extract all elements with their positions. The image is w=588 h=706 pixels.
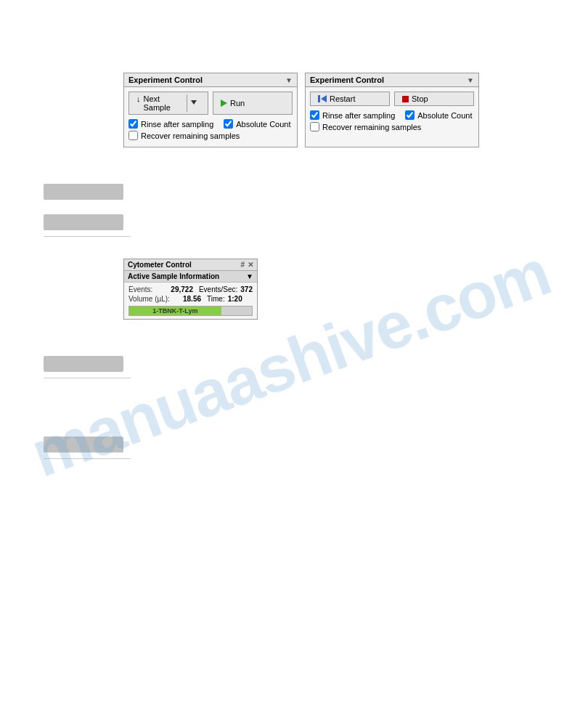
experiment-control-panel-1: Experiment Control ▼ ↓ Next Sample Run xyxy=(123,73,298,147)
recover-label-1: Recover remaining samples xyxy=(141,131,240,140)
next-sample-dropdown-arrow[interactable] xyxy=(187,94,200,112)
rinse-label-2: Rinse after sampling xyxy=(322,111,395,120)
recover-label-2: Recover remaining samples xyxy=(322,123,421,131)
rewind-tri-icon xyxy=(321,95,327,102)
run-button[interactable]: Run xyxy=(213,92,293,115)
cyto-pin-icon[interactable]: # xyxy=(240,261,245,269)
play-icon xyxy=(221,100,227,107)
progress-bar-container: 1-TBNK-T-Lym xyxy=(128,306,253,316)
volume-label: Volume (µL): xyxy=(128,295,183,303)
gray-bar-2 xyxy=(44,214,123,230)
section-3 xyxy=(44,356,588,378)
experiment-control-panel-2: Experiment Control ▼ Restart Stop xyxy=(305,73,479,147)
exp-panel-1-header: Experiment Control ▼ xyxy=(124,73,297,87)
next-sample-button[interactable]: ↓ Next Sample xyxy=(128,92,208,115)
events-row: Events: 29,722 Events/Sec: 372 xyxy=(128,285,253,293)
cytometer-control-panel: Cytometer Control # ✕ Active Sample Info… xyxy=(123,259,258,320)
exp-panel-2-body: Restart Stop Rinse after sampling Absolu… xyxy=(306,87,478,138)
time-label: Time: xyxy=(207,295,225,303)
stop-button[interactable]: Stop xyxy=(394,92,474,106)
thin-line-2 xyxy=(44,378,131,378)
events-sec-label: Events/Sec: xyxy=(199,285,237,293)
absolute-count-label-2: Absolute Count xyxy=(417,111,472,120)
absolute-count-label-1: Absolute Count xyxy=(236,120,290,129)
progress-bar-fill: 1-TBNK-T-Lym xyxy=(129,307,221,315)
events-value: 29,722 xyxy=(171,285,193,293)
rinse-checkbox-row-1: Rinse after sampling Absolute Count xyxy=(128,119,293,129)
events-sec-value: 372 xyxy=(240,285,253,293)
rinse-checkbox-row-2: Rinse after sampling Absolute Count xyxy=(310,110,474,120)
cyto-section-collapse-icon[interactable]: ▼ xyxy=(246,272,253,280)
thin-line-3 xyxy=(44,458,131,459)
run-label: Run xyxy=(230,99,245,107)
cyto-body: Events: 29,722 Events/Sec: 372 Volume (µ… xyxy=(124,283,257,319)
cyto-close-icon[interactable]: ✕ xyxy=(248,261,253,269)
absolute-count-checkbox-2[interactable] xyxy=(405,110,415,120)
exp-panel-2-btn-row: Restart Stop xyxy=(310,92,474,106)
rinse-checkbox-1[interactable] xyxy=(128,119,138,129)
dropdown-chevron-icon xyxy=(191,100,197,106)
exp-panel-2-collapse-icon[interactable]: ▼ xyxy=(467,76,474,84)
section-4 xyxy=(44,437,588,459)
cytometer-panel-wrapper: Cytometer Control # ✕ Active Sample Info… xyxy=(123,259,588,320)
restart-button[interactable]: Restart xyxy=(310,92,390,106)
absolute-count-checkbox-1[interactable] xyxy=(224,119,233,129)
next-sample-label: Next Sample xyxy=(144,94,184,112)
exp-panel-2-title: Experiment Control xyxy=(310,76,384,84)
exp-panel-1-body: ↓ Next Sample Run Rinse after sampling A… xyxy=(124,87,297,147)
section-1 xyxy=(44,184,588,200)
restart-label: Restart xyxy=(330,94,355,103)
rewind-bar-icon xyxy=(318,95,320,102)
cyto-title: Cytometer Control xyxy=(128,261,192,269)
recover-checkbox-row-2: Recover remaining samples xyxy=(310,122,474,131)
gray-bar-1 xyxy=(44,184,123,200)
next-sample-arrow-icon: ↓ xyxy=(136,94,141,112)
stop-label: Stop xyxy=(412,94,428,103)
gray-bar-3 xyxy=(44,356,123,372)
cyto-header-icons: # ✕ xyxy=(240,261,253,269)
volume-row: Volume (µL): 18.56 Time: 1:20 xyxy=(128,295,253,303)
volume-value: 18.56 xyxy=(183,295,201,303)
exp-panel-1-collapse-icon[interactable]: ▼ xyxy=(285,76,293,84)
time-value: 1:20 xyxy=(228,295,242,303)
cyto-section-title: Active Sample Information xyxy=(128,272,219,280)
cyto-section-header: Active Sample Information ▼ xyxy=(124,271,257,283)
thin-line-1 xyxy=(44,236,131,237)
recover-checkbox-2[interactable] xyxy=(310,122,319,131)
exp-panel-1-title: Experiment Control xyxy=(128,76,203,84)
progress-label: 1-TBNK-T-Lym xyxy=(152,307,197,315)
rinse-label-1: Rinse after sampling xyxy=(141,120,213,129)
stop-icon xyxy=(402,96,409,102)
panels-row: Experiment Control ▼ ↓ Next Sample Run xyxy=(123,73,588,147)
recover-checkbox-1[interactable] xyxy=(128,131,138,140)
exp-panel-1-btn-row: ↓ Next Sample Run xyxy=(128,92,293,115)
cyto-header: Cytometer Control # ✕ xyxy=(124,259,257,271)
section-2 xyxy=(44,214,588,237)
exp-panel-2-header: Experiment Control ▼ xyxy=(306,73,478,87)
rinse-checkbox-2[interactable] xyxy=(310,110,319,120)
gray-bar-4 xyxy=(44,437,123,453)
events-label: Events: xyxy=(128,285,171,293)
recover-checkbox-row-1: Recover remaining samples xyxy=(128,131,293,140)
restart-icon xyxy=(318,95,327,102)
